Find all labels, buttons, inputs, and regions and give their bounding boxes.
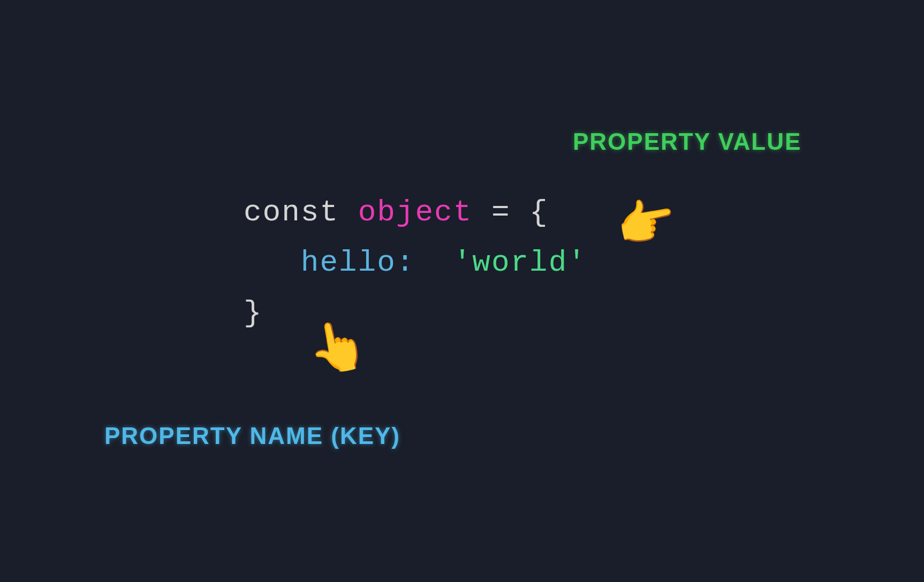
brace-open: { [529,195,549,229]
brace-close: } [244,296,263,330]
pointing-hand-key-icon: 👆 [304,321,372,379]
variable-name: object [358,195,473,229]
property-key: hello [301,246,396,280]
indent [244,246,301,280]
colon: : [396,246,415,280]
property-value: 'world' [453,246,587,280]
code-snippet: const object = { hello: 'world' } [244,187,587,338]
property-value-label: PROPERTY VALUE [573,128,801,155]
equals-operator: = [491,195,511,229]
property-key-label: PROPERTY NAME (KEY) [104,423,400,449]
keyword-const: const [244,195,339,229]
pointing-hand-value-icon: 👆 [614,188,672,256]
